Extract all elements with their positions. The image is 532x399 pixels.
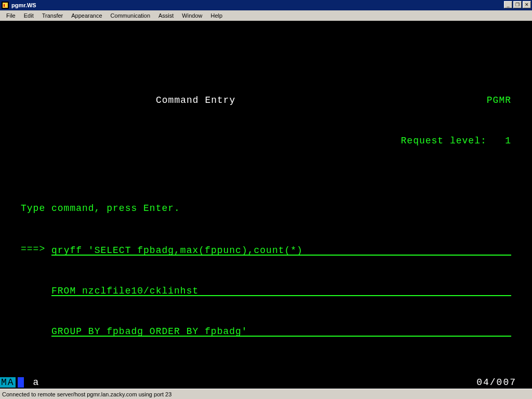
- close-button[interactable]: ✕: [523, 1, 531, 8]
- window-titlebar: pgmr.WS _ ❐ ✕: [0, 0, 532, 10]
- request-level-label: Request level:: [401, 134, 487, 148]
- screen-title: Command Entry: [156, 94, 235, 107]
- menu-appearance[interactable]: Appearance: [67, 11, 106, 20]
- terminal-screen[interactable]: Command Entry PGMR Request level: 1 Type…: [0, 21, 532, 376]
- window-controls: _ ❐ ✕: [504, 1, 531, 8]
- status-mode: a: [33, 377, 39, 388]
- window-title: pgmr.WS: [11, 2, 36, 8]
- menu-assist[interactable]: Assist: [154, 11, 178, 20]
- svg-rect-2: [4, 4, 5, 7]
- menu-transfer[interactable]: Transfer: [38, 11, 68, 20]
- menu-communication[interactable]: Communication: [107, 11, 154, 20]
- command-input-line-2[interactable]: FROM nzclfile10/cklinhst: [51, 284, 511, 296]
- terminal-status-bar: MA a 04/007: [0, 376, 532, 389]
- minimize-button[interactable]: _: [504, 1, 512, 8]
- maximize-button[interactable]: ❐: [513, 1, 522, 8]
- menu-file[interactable]: File: [2, 11, 20, 20]
- request-level-value: 1: [505, 134, 511, 148]
- status-indicator-ma: MA: [0, 377, 16, 388]
- command-prompt: ===>: [21, 242, 51, 256]
- connection-status-bar: Connected to remote server/host pgmr.lan…: [0, 389, 532, 399]
- app-icon: [1, 1, 9, 9]
- menu-window[interactable]: Window: [178, 11, 206, 20]
- screen-user: PGMR: [487, 94, 511, 107]
- menu-edit[interactable]: Edit: [20, 11, 38, 20]
- instruction-text: Type command, press Enter.: [21, 202, 511, 215]
- cursor-position: 04/007: [476, 377, 516, 388]
- menubar: File Edit Transfer Appearance Communicat…: [0, 10, 532, 21]
- command-input-line-3[interactable]: GROUP BY fpbadg ORDER BY fpbadg': [51, 325, 511, 337]
- menu-help[interactable]: Help: [206, 11, 227, 20]
- cursor-block-icon: [18, 377, 24, 388]
- command-input-line-1[interactable]: qryff 'SELECT fpbadg,max(fppunc),count(*…: [51, 244, 511, 256]
- connection-status-text: Connected to remote server/host pgmr.lan…: [2, 391, 171, 397]
- svg-rect-1: [3, 3, 8, 8]
